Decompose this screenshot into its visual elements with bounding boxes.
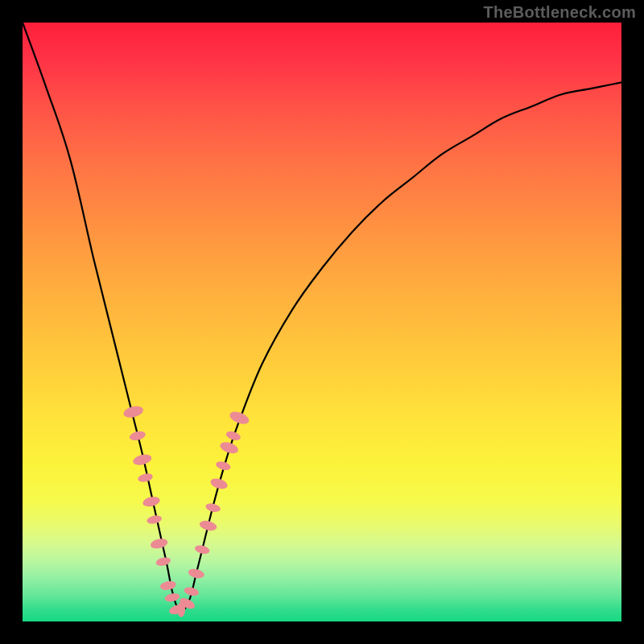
bottleneck-curve: [23, 23, 621, 612]
marker-dot: [129, 430, 147, 442]
marker-dot: [194, 544, 211, 555]
marker-dot: [188, 568, 205, 580]
highlighted-markers: [122, 404, 250, 617]
marker-dot: [199, 519, 218, 532]
marker-dot: [159, 580, 177, 591]
marker-dot: [155, 556, 171, 568]
marker-dot: [146, 514, 162, 526]
marker-dot: [150, 537, 169, 550]
marker-dot: [228, 409, 250, 426]
marker-dot: [209, 477, 229, 490]
marker-dot: [137, 473, 153, 484]
marker-dot: [219, 440, 240, 456]
marker-dot: [122, 404, 144, 419]
marker-dot: [204, 502, 221, 514]
marker-dot: [142, 495, 161, 508]
marker-dot: [132, 452, 153, 467]
marker-dot: [164, 592, 180, 603]
watermark-text: TheBottleneck.com: [483, 3, 636, 22]
marker-dot: [225, 430, 242, 442]
plot-area: [23, 23, 621, 621]
marker-dot: [184, 586, 200, 597]
chart-frame: TheBottleneck.com: [0, 0, 644, 644]
chart-svg: [23, 23, 621, 621]
